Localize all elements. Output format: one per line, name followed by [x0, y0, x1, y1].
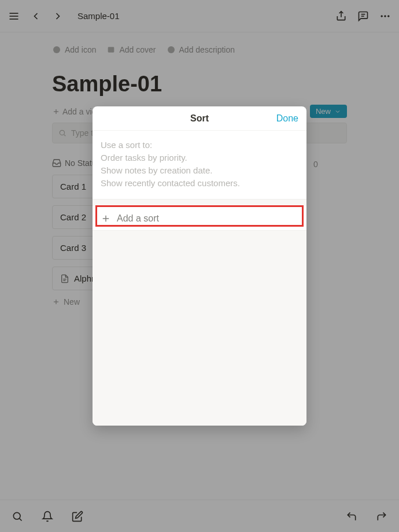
hint-line: Show notes by creation date.: [101, 164, 298, 177]
add-sort-button[interactable]: Add a sort: [93, 206, 306, 231]
add-sort-label: Add a sort: [117, 213, 159, 224]
done-button[interactable]: Done: [276, 113, 298, 124]
modal-header: Sort Done: [93, 106, 306, 131]
hint-line: Use a sort to:: [101, 139, 298, 152]
plus-icon: [101, 213, 111, 224]
modal-title: Sort: [190, 113, 209, 124]
hint-line: Order tasks by priority.: [101, 152, 298, 164]
hint-line: Show recently contacted customers.: [101, 177, 298, 190]
sort-hints: Use a sort to: Order tasks by priority. …: [93, 131, 306, 200]
modal-body: Use a sort to: Order tasks by priority. …: [93, 131, 306, 426]
sort-modal: Sort Done Use a sort to: Order tasks by …: [93, 106, 306, 426]
